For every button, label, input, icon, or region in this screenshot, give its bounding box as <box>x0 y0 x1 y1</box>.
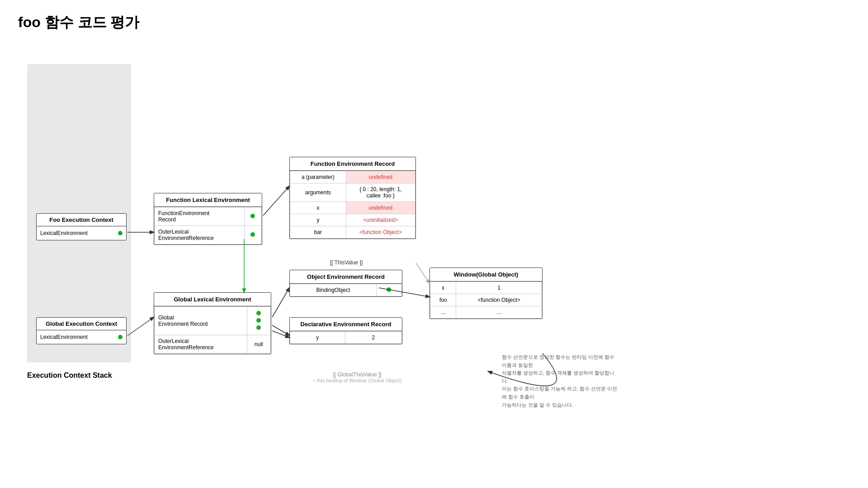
table-row: y <uninitialized> <box>290 214 415 226</box>
table-row: arguments { 0 : 20, length: 1,callee :fo… <box>290 183 415 202</box>
global-this-binding-text: > this binding of Window (Global Object) <box>307 378 407 383</box>
bar-key: bar <box>290 226 346 239</box>
svg-line-1 <box>263 186 289 216</box>
window-foo-key: foo <box>430 294 456 306</box>
function-lexical-env: Function Lexical Environment FunctionEnv… <box>154 193 262 245</box>
y-key: y <box>290 214 346 226</box>
outer-lex-ref-key: OuterLexicalEnvironmentReference <box>155 226 245 244</box>
param-a-key: a (parameter) <box>290 171 346 183</box>
main-area: Foo Execution Context LexicalEnvironment… <box>0 37 868 484</box>
table-row: ... ... <box>430 306 542 319</box>
global-env-dot-3 <box>256 325 261 330</box>
arguments-val: { 0 : 20, length: 1,callee :foo } <box>346 183 415 202</box>
declarative-env-record: Declarative Environment Record y 2 <box>289 317 402 344</box>
foo-execution-context: Foo Execution Context LexicalEnvironment <box>36 213 127 240</box>
outer-lex-ref-dot <box>250 232 255 237</box>
svg-line-8 <box>416 263 429 283</box>
global-lexical-env-table: GlobalEnvironment Record OuterLexicalEnv… <box>154 306 271 354</box>
x-key: x <box>290 202 346 214</box>
global-env-record-key: GlobalEnvironment Record <box>155 307 247 335</box>
global-env-dot-2 <box>256 318 261 323</box>
table-row: bar <function Object> <box>290 226 415 239</box>
table-row: OuterLexicalEnvironmentReference <box>155 226 262 244</box>
table-row: a (parameter) undefined <box>290 171 415 183</box>
function-lexical-env-table: FunctionEnvironmentRecord OuterLexicalEn… <box>154 207 262 244</box>
bar-val: <function Object> <box>346 226 415 239</box>
table-row: BindingObject <box>290 284 402 296</box>
table-row: x 1 <box>430 282 542 294</box>
table-row: foo <function Object> <box>430 294 542 306</box>
svg-line-4 <box>272 288 289 317</box>
y-decl-val: 2 <box>345 332 401 344</box>
foo-lexical-env-key: LexicalEnvironment <box>40 230 118 236</box>
window-etc-key: ... <box>430 306 456 319</box>
svg-line-5 <box>272 325 289 335</box>
function-env-record-table: a (parameter) undefined arguments { 0 : … <box>290 171 415 239</box>
foo-lexical-env-dot <box>118 231 123 235</box>
global-lexical-env-title: Global Lexical Environment <box>154 293 271 306</box>
object-env-record-title: Object Environment Record <box>290 270 402 284</box>
declarative-env-record-table: y 2 <box>290 331 402 344</box>
svg-line-6 <box>272 331 289 338</box>
func-env-record-key: FunctionEnvironmentRecord <box>155 207 245 226</box>
window-global-object: Window(Global Object) x 1 foo <function … <box>429 267 542 319</box>
function-env-record-title: Function Environment Record <box>290 157 415 171</box>
binding-object-dot <box>387 287 391 292</box>
table-row: FunctionEnvironmentRecord <box>155 207 262 226</box>
foo-context-row: LexicalEnvironment <box>37 226 126 240</box>
y-decl-key: y <box>290 332 345 344</box>
table-row: OuterLexicalEnvironmentReference null <box>155 335 271 354</box>
outer-lex-ref-dot-cell <box>244 226 261 244</box>
window-x-key: x <box>430 282 456 294</box>
outer-lex-ref-global-val: null <box>247 335 270 354</box>
global-context-title: Global Execution Context <box>37 318 126 330</box>
this-value-label: [[ ThisValue ]] <box>330 259 363 266</box>
stack-label: Execution Context Stack <box>27 371 112 380</box>
window-global-title: Window(Global Object) <box>430 268 542 282</box>
binding-object-dot-cell <box>376 284 401 296</box>
binding-object-key: BindingObject <box>290 284 377 296</box>
global-lexical-env-dot <box>118 335 123 339</box>
object-env-record: Object Environment Record BindingObject <box>289 270 402 297</box>
global-this-value-text: [[ GlobalThisValue ]] <box>307 371 407 378</box>
svg-line-3 <box>127 317 154 336</box>
x-val: undefined <box>346 202 415 214</box>
object-env-record-table: BindingObject <box>290 284 402 296</box>
page-title: foo 함수 코드 평가 <box>0 0 868 37</box>
table-row: GlobalEnvironment Record <box>155 307 271 335</box>
declarative-env-record-title: Declarative Environment Record <box>290 318 402 331</box>
func-env-record-dot-cell <box>244 207 261 226</box>
y-val: <uninitialized> <box>346 214 415 226</box>
window-global-table: x 1 foo <function Object> ... ... <box>430 282 542 319</box>
global-lexical-env: Global Lexical Environment GlobalEnviron… <box>154 292 271 354</box>
table-row: x undefined <box>290 202 415 214</box>
window-foo-val: <function Object> <box>456 294 542 306</box>
function-env-record: Function Environment Record a (parameter… <box>289 157 416 239</box>
global-env-dot-1 <box>256 311 261 315</box>
global-execution-context: Global Execution Context LexicalEnvironm… <box>36 317 127 344</box>
global-this-value-label: [[ GlobalThisValue ]] > this binding of … <box>307 371 407 383</box>
func-env-record-dot <box>250 214 255 218</box>
global-env-record-dots <box>247 307 270 335</box>
outer-lex-ref-global-key: OuterLexicalEnvironmentReference <box>155 335 247 354</box>
arguments-key: arguments <box>290 183 346 202</box>
window-x-val: 1 <box>456 282 542 294</box>
window-etc-val: ... <box>456 306 542 319</box>
foo-context-title: Foo Execution Context <box>37 214 126 226</box>
param-a-val: undefined <box>346 171 415 183</box>
note-text: 함수 선언문으로 정의한 함수는 런타임 이전에 함수 이름과 동일한식별자를 … <box>502 353 619 409</box>
global-context-row: LexicalEnvironment <box>37 330 126 344</box>
global-lexical-env-key: LexicalEnvironment <box>40 334 118 340</box>
table-row: y 2 <box>290 332 402 344</box>
function-lexical-env-title: Function Lexical Environment <box>154 193 262 207</box>
